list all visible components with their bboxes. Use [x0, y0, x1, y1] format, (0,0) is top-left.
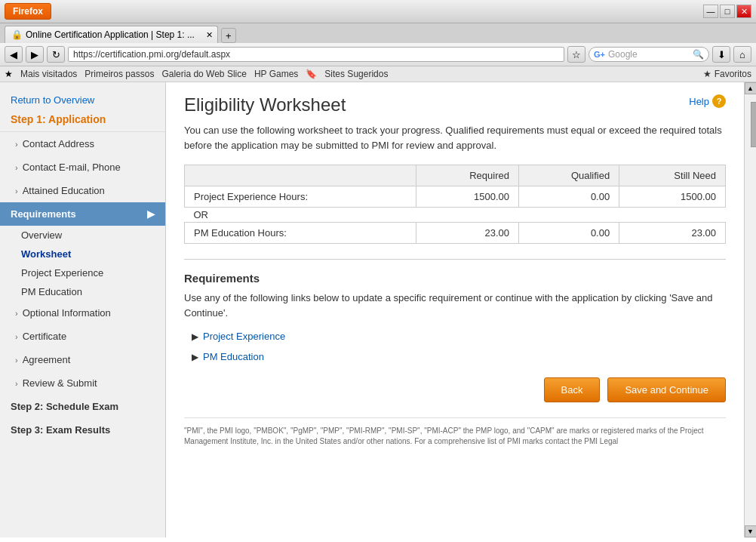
- bookmarks-bar: ★ Mais visitados Primeiros passos Galeri…: [0, 66, 756, 82]
- col-header-label: [185, 165, 416, 186]
- sidebar-item-contact-address[interactable]: › Contact Address: [0, 132, 165, 156]
- bookmark-sites[interactable]: Sites Sugeridos: [324, 69, 388, 79]
- url-bar[interactable]: https://certification.pmi.org/default.as…: [68, 47, 564, 62]
- sidebar-item-optional[interactable]: › Optional Information: [0, 301, 165, 325]
- cell-or-req: [416, 208, 519, 223]
- sidebar-step2[interactable]: Step 2: Schedule Exam: [0, 395, 165, 418]
- bookmark-sites-icon: 🔖: [306, 69, 317, 79]
- link-arrow-icon-1: ▶: [192, 331, 198, 342]
- sidebar-sub-project-exp[interactable]: Project Experience: [0, 263, 165, 282]
- chevron-right-icon: ›: [15, 140, 18, 149]
- forward-nav-button[interactable]: ▶: [26, 46, 44, 63]
- bookmark-hpgames[interactable]: HP Games: [254, 69, 298, 79]
- sidebar-label-requirements: Requirements: [11, 208, 76, 220]
- firefox-button[interactable]: Firefox: [5, 3, 51, 20]
- pm-education-link-item: ▶ PM Education: [184, 351, 726, 362]
- table-row-project-exp: Project Experience Hours: 1500.00 0.00 1…: [185, 186, 726, 208]
- cell-pm-label: PM Education Hours:: [185, 223, 416, 244]
- scrollbar: ▲ ▼: [744, 82, 756, 537]
- cell-pm-required: 23.00: [416, 223, 519, 244]
- star-button[interactable]: ☆: [567, 46, 585, 63]
- col-header-still-need: Still Need: [619, 165, 726, 186]
- table-row-pm-edu: PM Education Hours: 23.00 0.00 23.00: [185, 223, 726, 244]
- sidebar-label-contact-address: Contact Address: [23, 138, 94, 149]
- window-controls: — □ ✕: [703, 5, 751, 18]
- sidebar-item-contact-email[interactable]: › Contact E-mail, Phone: [0, 156, 165, 179]
- new-tab-button[interactable]: +: [221, 28, 236, 43]
- bookmark-primeiros[interactable]: Primeiros passos: [85, 69, 154, 79]
- sidebar-item-requirements[interactable]: Requirements ▶: [0, 202, 165, 226]
- scroll-thumb[interactable]: [751, 102, 757, 147]
- url-text: https://certification.pmi.org/default.as…: [73, 49, 230, 60]
- cell-project-label: Project Experience Hours:: [185, 186, 416, 208]
- table-row-or: OR: [185, 208, 726, 223]
- help-label: Help: [689, 96, 709, 107]
- sidebar-label-education: Attained Education: [23, 185, 105, 196]
- tab-bar: 🔒 Online Certification Application | Ste…: [0, 23, 756, 43]
- sidebar-label-agreement: Agreement: [23, 354, 71, 365]
- footer-text: "PMI", the PMI logo, "PMBOK", "PgMP", "P…: [184, 417, 726, 447]
- link-arrow-icon-2: ▶: [192, 352, 198, 362]
- chevron-right-icon-4: ›: [15, 309, 18, 318]
- help-link[interactable]: Help ?: [689, 94, 726, 108]
- col-header-required: Required: [416, 165, 519, 186]
- back-nav-button[interactable]: ◀: [5, 46, 23, 63]
- project-experience-link[interactable]: Project Experience: [203, 331, 285, 342]
- sidebar-sub-overview[interactable]: Overview: [0, 226, 165, 245]
- cell-project-required: 1500.00: [416, 186, 519, 208]
- sidebar-label-contact-email: Contact E-mail, Phone: [23, 162, 121, 173]
- title-bar: Firefox — □ ✕: [0, 0, 756, 23]
- sidebar: Return to Overview Step 1: Application ›…: [0, 82, 166, 537]
- google-icon: G+: [594, 50, 605, 59]
- bookmark-icon: ★: [5, 69, 13, 79]
- chevron-right-icon-5: ›: [15, 332, 18, 341]
- minimize-button[interactable]: —: [703, 5, 718, 18]
- bookmark-galeria[interactable]: Galeria do Web Slice: [161, 69, 247, 79]
- description-text: You can use the following worksheet to t…: [184, 123, 726, 152]
- cell-project-qualified: 0.00: [519, 186, 619, 208]
- cell-pm-qualified: 0.00: [519, 223, 619, 244]
- worksheet-table: Required Qualified Still Need Project Ex…: [184, 165, 726, 244]
- sidebar-item-education[interactable]: › Attained Education: [0, 179, 165, 202]
- cell-or-still: [619, 208, 726, 223]
- close-button[interactable]: ✕: [736, 5, 751, 18]
- sidebar-sub-worksheet[interactable]: Worksheet: [0, 245, 165, 263]
- chevron-right-icon-6: ›: [15, 356, 18, 365]
- back-button[interactable]: Back: [544, 377, 601, 402]
- requirements-title: Requirements: [184, 272, 726, 285]
- scroll-down-button[interactable]: ▼: [745, 525, 757, 537]
- pm-education-link[interactable]: PM Education: [203, 351, 264, 362]
- content-area: Help ? Eligibility Worksheet You can use…: [166, 82, 744, 537]
- cell-or-label: OR: [185, 208, 416, 223]
- help-icon: ?: [712, 94, 726, 108]
- search-icon: 🔍: [693, 49, 704, 60]
- active-tab[interactable]: 🔒 Online Certification Application | Ste…: [5, 26, 218, 43]
- tab-icon: 🔒: [11, 29, 23, 40]
- button-area: Back Save and Continue: [184, 377, 726, 402]
- cell-or-qual: [519, 208, 619, 223]
- favorites-button[interactable]: ★ Favoritos: [703, 69, 751, 79]
- sidebar-sub-pm-education[interactable]: PM Education: [0, 282, 165, 301]
- chevron-right-icon-7: ›: [15, 379, 18, 388]
- return-to-overview-link[interactable]: Return to Overview: [0, 90, 165, 110]
- requirements-description: Use any of the following links below to …: [184, 291, 726, 320]
- sidebar-item-review[interactable]: › Review & Submit: [0, 371, 165, 395]
- search-bar[interactable]: G+ Google 🔍: [589, 47, 709, 62]
- sidebar-label-certificate: Certificate: [23, 331, 67, 342]
- sidebar-label-review: Review & Submit: [23, 377, 97, 389]
- chevron-right-icon-3: ›: [15, 186, 18, 196]
- sidebar-item-agreement[interactable]: › Agreement: [0, 348, 165, 371]
- home-button[interactable]: ⌂: [733, 46, 751, 63]
- maximize-button[interactable]: □: [720, 5, 735, 18]
- refresh-button[interactable]: ↻: [47, 46, 65, 63]
- tab-close-button[interactable]: ✕: [206, 30, 213, 40]
- cell-project-still-need: 1500.00: [619, 186, 726, 208]
- scroll-up-button[interactable]: ▲: [745, 82, 757, 94]
- sidebar-step3[interactable]: Step 3: Exam Results: [0, 418, 165, 442]
- save-continue-button[interactable]: Save and Continue: [607, 377, 726, 402]
- sidebar-item-certificate[interactable]: › Certificate: [0, 325, 165, 348]
- bookmark-visitados[interactable]: Mais visitados: [20, 69, 77, 79]
- tab-title: Online Certification Application | Step …: [26, 29, 195, 40]
- download-button[interactable]: ⬇: [712, 46, 730, 63]
- page-title: Eligibility Worksheet: [184, 94, 726, 115]
